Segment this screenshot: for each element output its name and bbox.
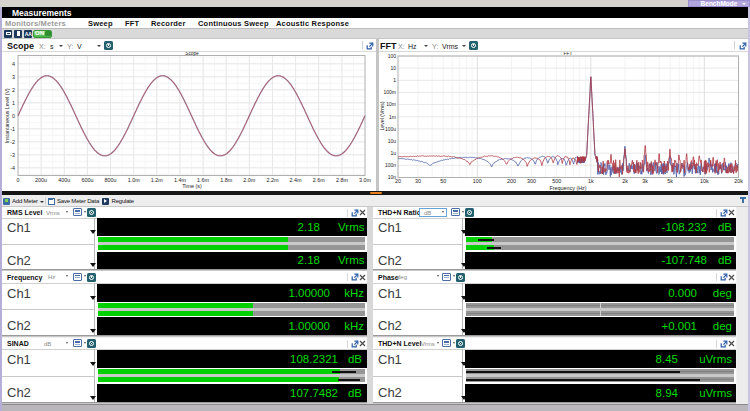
svg-text:800u: 800u: [105, 177, 117, 183]
svg-text:Instantaneous Level (V): Instantaneous Level (V): [4, 88, 10, 143]
svg-text:1.8m: 1.8m: [220, 177, 232, 183]
svg-text:-4: -4: [10, 165, 15, 171]
svg-text:1.4m: 1.4m: [174, 177, 186, 183]
svg-text:1: 1: [12, 100, 15, 106]
svg-text:2: 2: [12, 87, 15, 93]
svg-text:30: 30: [415, 178, 421, 184]
svg-text:2.0m: 2.0m: [243, 177, 255, 183]
svg-text:10m: 10m: [386, 101, 396, 107]
svg-text:Level (Vrms): Level (Vrms): [379, 101, 385, 130]
svg-text:200u: 200u: [35, 177, 47, 183]
svg-text:2.8m: 2.8m: [336, 177, 348, 183]
svg-text:1m: 1m: [389, 114, 396, 120]
svg-text:-3: -3: [10, 152, 15, 158]
svg-text:10: 10: [390, 65, 396, 71]
svg-text:2.6m: 2.6m: [313, 177, 325, 183]
svg-text:10k: 10k: [700, 178, 709, 184]
svg-text:10u: 10u: [388, 138, 397, 144]
svg-text:FFT: FFT: [564, 52, 573, 56]
svg-text:100n: 100n: [385, 162, 396, 168]
svg-text:2.2m: 2.2m: [267, 177, 279, 183]
svg-text:1: 1: [393, 77, 396, 83]
svg-text:400u: 400u: [58, 177, 70, 183]
svg-text:-2: -2: [10, 139, 15, 145]
svg-text:1k: 1k: [588, 178, 594, 184]
svg-text:1.0m: 1.0m: [128, 177, 140, 183]
svg-text:1.6m: 1.6m: [197, 177, 209, 183]
svg-text:20k: 20k: [734, 178, 743, 184]
svg-text:4: 4: [12, 61, 15, 67]
svg-text:100: 100: [473, 178, 482, 184]
svg-text:100: 100: [388, 53, 397, 59]
svg-text:50: 50: [440, 178, 446, 184]
svg-text:20: 20: [395, 178, 401, 184]
svg-text:600u: 600u: [81, 177, 93, 183]
svg-text:Scope: Scope: [185, 52, 199, 56]
svg-text:0: 0: [12, 113, 15, 119]
svg-text:500: 500: [552, 178, 561, 184]
svg-text:1.2m: 1.2m: [151, 177, 163, 183]
svg-text:Time (s): Time (s): [182, 183, 202, 189]
svg-text:3.0m: 3.0m: [359, 177, 371, 183]
svg-text:300: 300: [527, 178, 536, 184]
svg-text:3k: 3k: [642, 178, 648, 184]
svg-text:-1: -1: [10, 126, 15, 132]
svg-text:100u: 100u: [385, 126, 396, 132]
svg-text:0: 0: [17, 177, 20, 183]
svg-text:2.4m: 2.4m: [290, 177, 302, 183]
svg-text:2k: 2k: [622, 178, 628, 184]
svg-text:100m: 100m: [383, 89, 396, 95]
svg-text:3: 3: [12, 74, 15, 80]
svg-text:1u: 1u: [390, 150, 396, 156]
svg-text:5k: 5k: [667, 178, 673, 184]
svg-text:200: 200: [507, 178, 516, 184]
